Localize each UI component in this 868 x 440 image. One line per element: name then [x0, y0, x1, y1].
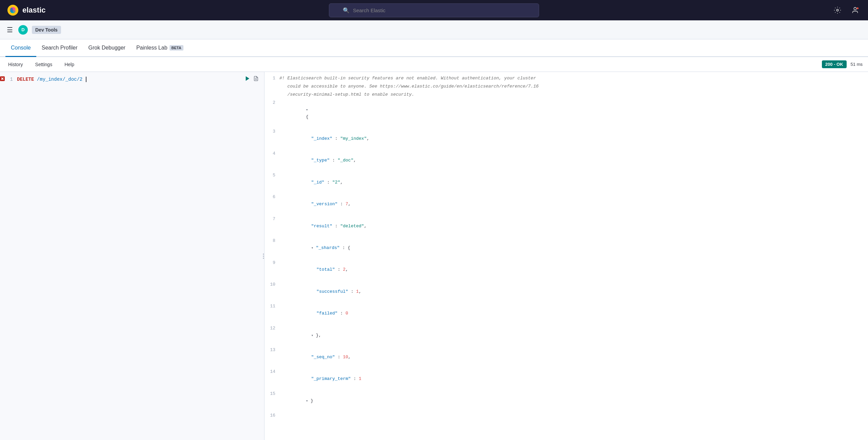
close-icon	[0, 76, 5, 81]
svg-point-5	[836, 9, 839, 11]
response-line-9: 9 "total" : 2,	[264, 259, 868, 281]
status-badge: 200 - OK	[822, 60, 847, 68]
resp-line-content-1b: could be accessible to anyone. See https…	[279, 83, 868, 91]
resp-val-version: 7	[346, 202, 348, 207]
resp-line-num-16: 16	[264, 412, 279, 420]
response-line-16: 16	[264, 412, 868, 420]
svg-point-6	[854, 7, 856, 10]
resp-line-num-14: 14	[264, 368, 279, 389]
editor-line-1: 1 DELETE /my_index/_doc/2	[0, 75, 264, 84]
user-avatar[interactable]: D	[18, 25, 28, 35]
user-profile-button[interactable]	[849, 4, 861, 16]
gear-button[interactable]	[831, 4, 844, 16]
response-time: 51 ms	[851, 62, 863, 67]
response-line-15: 15 ▾}	[264, 390, 868, 412]
resp-line-num-5: 5	[264, 172, 279, 193]
fold-arrow-8[interactable]: ▾	[311, 245, 316, 251]
resp-line-num-7: 7	[264, 216, 279, 237]
elastic-logo[interactable]: elastic	[7, 4, 46, 16]
resp-val-primary-term: 1	[359, 376, 361, 381]
resp-line-content-9: "total" : 2,	[279, 260, 868, 281]
elastic-logo-icon	[7, 4, 19, 16]
resp-line-content-1c: /security-minimal-setup.html to enable s…	[279, 91, 868, 99]
response-line-8: 8 ▾"_shards" : {	[264, 237, 868, 259]
resp-key-version: "_version"	[311, 202, 338, 207]
editor-content: 1 DELETE /my_index/_doc/2	[0, 72, 264, 87]
resp-key-successful: "successful"	[316, 289, 348, 294]
resp-key-failed: "failed"	[316, 311, 337, 316]
copy-button[interactable]	[253, 76, 259, 83]
resp-key-type: "_type"	[311, 158, 330, 163]
editor-panel[interactable]: 1 DELETE /my_index/_doc/2	[0, 72, 264, 440]
dev-tools-badge[interactable]: Dev Tools	[32, 26, 61, 34]
history-button[interactable]: History	[5, 60, 26, 69]
resp-line-content-2: ▾ {	[279, 99, 868, 128]
resp-line-content-16	[279, 412, 868, 420]
resp-line-num-1c	[264, 91, 279, 99]
hamburger-menu-button[interactable]: ☰	[5, 24, 14, 35]
http-method: DELETE	[17, 77, 34, 82]
resp-line-content-15: ▾}	[279, 390, 868, 412]
tab-grok-debugger[interactable]: Grok Debugger	[83, 39, 131, 57]
tabs-row: Console Search Profiler Grok Debugger Pa…	[0, 39, 868, 57]
tab-console[interactable]: Console	[5, 39, 36, 57]
resp-line-content-8: ▾"_shards" : {	[279, 237, 868, 259]
resp-line-num-8: 8	[264, 237, 279, 259]
resp-line-content-7: "result" : "deleted",	[279, 216, 868, 237]
resp-val-id: "2"	[332, 180, 340, 185]
resp-key-primary-term: "_primary_term"	[311, 376, 351, 381]
resp-val-seq-no: 10	[343, 355, 348, 360]
second-nav: ☰ D Dev Tools	[0, 20, 868, 39]
fold-arrow-15[interactable]: ▾	[306, 398, 311, 404]
resp-key-result: "result"	[311, 224, 332, 229]
main-content: 1 DELETE /my_index/_doc/2	[0, 72, 868, 440]
clear-request-area[interactable]	[0, 76, 5, 82]
resp-line-num-1b	[264, 83, 279, 91]
line-actions	[244, 75, 259, 83]
response-line-13: 13 "_seq_no" : 10,	[264, 346, 868, 368]
resp-line-content-14: "_primary_term" : 1	[279, 368, 868, 389]
play-icon	[244, 75, 251, 81]
response-line-1c: /security-minimal-setup.html to enable s…	[264, 91, 868, 99]
fold-arrow-12[interactable]: ▾	[311, 333, 316, 339]
svg-point-15	[264, 253, 265, 254]
svg-point-17	[264, 255, 265, 256]
resp-line-num-11: 11	[264, 303, 279, 324]
resp-line-content-6: "_version" : 7,	[279, 194, 868, 215]
response-content: 1 #! Elasticsearch built-in security fea…	[264, 72, 868, 423]
response-line-6: 6 "_version" : 7,	[264, 193, 868, 215]
resp-line-content-11: "failed" : 0	[279, 303, 868, 324]
resp-line-num-13: 13	[264, 347, 279, 368]
panel-resize-handle[interactable]	[262, 249, 264, 263]
resp-key-seq-no: "_seq_no"	[311, 355, 335, 360]
response-line-5: 5 "_id" : "2",	[264, 172, 868, 193]
resp-line-content-1: #! Elasticsearch built-in security featu…	[279, 75, 868, 82]
tab-painless-lab[interactable]: Painless Lab BETA	[131, 39, 189, 57]
response-line-12: 12 ▾},	[264, 325, 868, 346]
resp-key-id: "_id"	[311, 180, 324, 185]
svg-point-16	[263, 255, 264, 256]
resp-line-num-1: 1	[264, 75, 279, 82]
help-button[interactable]: Help	[62, 60, 77, 69]
line-content-1[interactable]: DELETE /my_index/_doc/2	[17, 77, 264, 82]
resp-line-content-4: "_type" : "_doc",	[279, 150, 868, 171]
resp-line-content-10: "successful" : 1,	[279, 281, 868, 302]
response-line-4: 4 "_type" : "_doc",	[264, 150, 868, 172]
copy-icon	[253, 76, 259, 81]
response-line-7: 7 "result" : "deleted",	[264, 215, 868, 237]
response-panel: 1 #! Elasticsearch built-in security fea…	[264, 72, 868, 440]
resp-val-index: "my_index"	[340, 136, 367, 141]
resp-line-num-12: 12	[264, 325, 279, 346]
settings-button[interactable]: Settings	[33, 60, 55, 69]
cursor	[86, 77, 86, 82]
drag-handle-icon	[263, 251, 264, 262]
fold-arrow-2[interactable]: ▾	[306, 107, 311, 113]
resp-val-failed: 0	[346, 311, 348, 316]
global-search-bar[interactable]: 🔍 Search Elastic	[329, 3, 539, 17]
resp-val-type: "_doc"	[338, 158, 354, 163]
nav-right	[831, 4, 861, 16]
tab-search-profiler[interactable]: Search Profiler	[36, 39, 83, 57]
resp-line-num-3: 3	[264, 128, 279, 149]
response-line-1: 1 #! Elasticsearch built-in security fea…	[264, 75, 868, 83]
run-button[interactable]	[244, 75, 251, 83]
